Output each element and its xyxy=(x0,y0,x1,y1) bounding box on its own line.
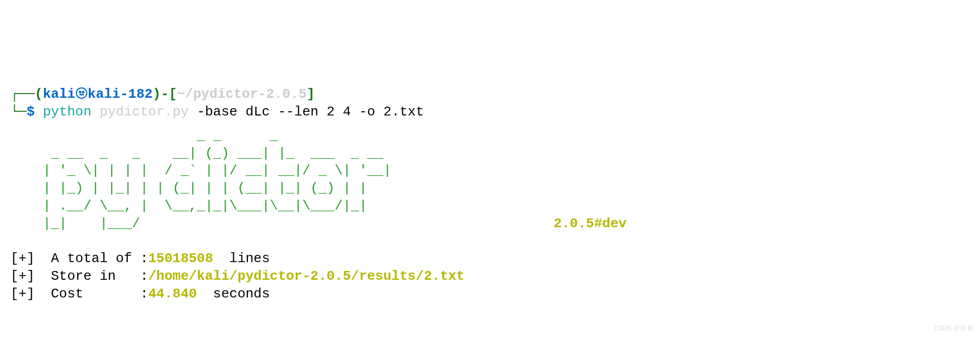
output-cost-value: 44.840 xyxy=(148,286,197,302)
output-total-prefix: [+] A total of : xyxy=(10,251,148,266)
output-cost-suffix: seconds xyxy=(197,286,270,302)
prompt-cwd: ~/pydictor-2.0.5 xyxy=(177,86,307,102)
prompt-user: kali xyxy=(43,86,75,102)
prompt-line-1: ┌──(kalikali-182)-[~/pydictor-2.0.5] xyxy=(10,86,970,103)
output-cost: [+] Cost :44.840 seconds xyxy=(10,286,970,303)
dash-bracket: -[ xyxy=(161,86,177,102)
ascii-lastline: |_| |___/ xyxy=(10,216,408,231)
output-total-suffix: lines xyxy=(213,251,270,266)
prompt-line-2: └─$ python pydictor.py -base dLc --len 2… xyxy=(10,103,970,121)
box-corner-bl: └─ xyxy=(10,104,27,120)
prompt-dollar: $ xyxy=(27,104,43,120)
output-store-prefix: [+] Store in : xyxy=(10,268,148,284)
version-label: 2.0.5#dev xyxy=(553,216,626,231)
output-store-value: /home/kali/pydictor-2.0.5/results/2.txt xyxy=(148,268,465,284)
skull-icon xyxy=(75,86,88,102)
watermark: CSDN @河 静 xyxy=(934,325,974,333)
cmd-arg1-flag: -base xyxy=(197,104,246,120)
svg-point-0 xyxy=(76,88,87,98)
cmd-arg2-flag: --len xyxy=(278,104,327,120)
paren-close: ) xyxy=(153,86,161,102)
paren-open: ( xyxy=(35,86,43,102)
output-total: [+] A total of :15018508 lines xyxy=(10,250,970,268)
prompt-host: kali-182 xyxy=(88,86,153,102)
cmd-interpreter: python xyxy=(43,104,91,120)
ascii-lastline-row: |_| |___/ 2.0.5#dev xyxy=(10,216,627,231)
box-corner-tl: ┌── xyxy=(10,86,35,102)
output-store: [+] Store in :/home/kali/pydictor-2.0.5/… xyxy=(10,268,970,286)
svg-point-2 xyxy=(82,92,84,93)
output-cost-prefix: [+] Cost : xyxy=(10,286,148,302)
ascii-banner: _ _ _ _ __ _ _ __| (_) ___| |_ ___ _ __ … xyxy=(10,127,970,215)
cmd-arg1-val: dLc xyxy=(246,104,278,120)
bracket-close: ] xyxy=(307,86,315,102)
cmd-arg3-val: 2.txt xyxy=(383,104,424,120)
cmd-script: pydictor.py xyxy=(91,104,197,120)
cmd-arg3-flag: -o xyxy=(359,104,383,120)
cmd-arg2-val: 2 4 xyxy=(327,104,359,120)
svg-point-1 xyxy=(79,92,81,93)
output-total-value: 15018508 xyxy=(148,251,213,266)
